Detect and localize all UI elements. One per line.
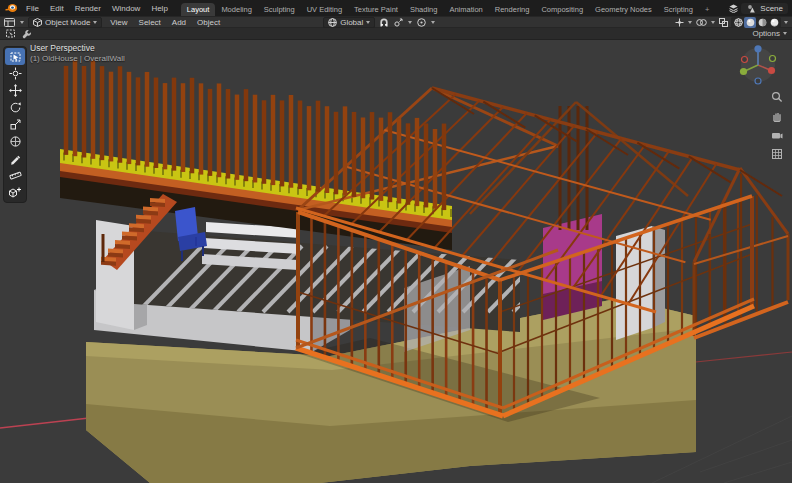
shading-wireframe-icon[interactable] bbox=[732, 17, 744, 28]
tool-cursor-3d[interactable] bbox=[5, 65, 25, 82]
snap-cluster: Global bbox=[323, 17, 436, 28]
mode-dropdown[interactable]: Object Mode bbox=[28, 17, 102, 28]
view-layer-icon[interactable] bbox=[728, 4, 739, 13]
viewport-canvas[interactable] bbox=[0, 40, 792, 483]
camera-view-icon[interactable] bbox=[770, 128, 784, 142]
tool-measure[interactable] bbox=[5, 167, 25, 184]
mode-label: Object Mode bbox=[45, 18, 90, 27]
workspace-tab-scripting[interactable]: Scripting bbox=[658, 3, 699, 16]
viewport-menu-add[interactable]: Add bbox=[167, 17, 191, 28]
tool-add-cube[interactable] bbox=[5, 184, 25, 201]
chevron-down-icon bbox=[408, 21, 412, 24]
chevron-down-icon bbox=[688, 21, 692, 24]
viewport-header: Object Mode ViewSelectAddObject Global bbox=[0, 16, 792, 28]
show-overlays-icon[interactable] bbox=[695, 18, 708, 27]
globe-icon bbox=[327, 18, 338, 27]
navigation-gizmo[interactable] bbox=[736, 43, 780, 87]
workspace-tab-bar: LayoutModelingSculptingUV EditingTexture… bbox=[181, 0, 716, 16]
tool-annotate[interactable] bbox=[5, 150, 25, 167]
workspace-tab-geometry-nodes[interactable]: Geometry Nodes bbox=[589, 3, 658, 16]
shading-cluster bbox=[674, 17, 789, 28]
editor-type-button[interactable] bbox=[3, 18, 16, 27]
viewport-menu-select[interactable]: Select bbox=[134, 17, 166, 28]
zoom-icon[interactable] bbox=[770, 90, 784, 104]
menu-render[interactable]: Render bbox=[70, 3, 106, 14]
main-menu-bar: FileEditRenderWindowHelp bbox=[21, 3, 173, 14]
toggle-xray-icon[interactable] bbox=[718, 18, 729, 27]
menu-edit[interactable]: Edit bbox=[45, 3, 69, 14]
shading-rendered-icon[interactable] bbox=[768, 17, 780, 28]
options-label: Options bbox=[752, 29, 780, 38]
chevron-down-icon bbox=[783, 32, 787, 35]
chevron-down-icon bbox=[711, 21, 715, 24]
viewport-3d: User Perspective (1) OldHouse | OverallW… bbox=[0, 40, 792, 483]
workspace-tab-uv-editing[interactable]: UV Editing bbox=[301, 3, 348, 16]
options-dropdown[interactable]: Options bbox=[752, 29, 788, 38]
scene-name: Scene bbox=[760, 4, 783, 13]
orientation-dropdown[interactable]: Global bbox=[323, 17, 375, 28]
workspace-tab-rendering[interactable]: Rendering bbox=[489, 3, 536, 16]
viewport-menu-object[interactable]: Object bbox=[192, 17, 225, 28]
chevron-down-icon bbox=[93, 21, 97, 24]
viewport-menus: ViewSelectAddObject bbox=[105, 17, 225, 28]
chevron-down-icon bbox=[20, 21, 24, 24]
tool-rotate[interactable] bbox=[5, 99, 25, 116]
chevron-down-icon bbox=[784, 21, 788, 24]
viewport-side-controls bbox=[770, 90, 784, 161]
chevron-down-icon bbox=[431, 21, 435, 24]
workspace-tab-compositing[interactable]: Compositing bbox=[535, 3, 589, 16]
tool-transform[interactable] bbox=[5, 133, 25, 150]
active-tool-icon[interactable] bbox=[4, 28, 17, 39]
workspace-tab-shading[interactable]: Shading bbox=[404, 3, 444, 16]
chevron-down-icon bbox=[366, 21, 370, 24]
shading-material-preview-icon[interactable] bbox=[756, 17, 768, 28]
orientation-label: Global bbox=[340, 18, 363, 27]
workspace-tab-modeling[interactable]: Modeling bbox=[215, 3, 257, 16]
workspace-tab-layout[interactable]: Layout bbox=[181, 3, 216, 16]
add-workspace-button[interactable]: + bbox=[699, 3, 715, 16]
blender-logo-icon[interactable] bbox=[4, 3, 19, 13]
scene-icon bbox=[746, 4, 757, 13]
tool-select-box[interactable] bbox=[5, 48, 25, 65]
show-gizmos-icon[interactable] bbox=[674, 18, 685, 27]
shading-solid-icon[interactable] bbox=[744, 17, 756, 28]
shading-mode-group bbox=[731, 17, 781, 28]
tool-options-icon[interactable] bbox=[21, 29, 33, 39]
menu-window[interactable]: Window bbox=[107, 3, 145, 14]
proportional-edit-icon[interactable] bbox=[416, 18, 427, 27]
viewport-menu-view[interactable]: View bbox=[105, 17, 132, 28]
scene-selector[interactable]: Scene bbox=[741, 3, 788, 14]
tool-move[interactable] bbox=[5, 82, 25, 99]
pan-icon[interactable] bbox=[770, 109, 784, 123]
tool-scale[interactable] bbox=[5, 116, 25, 133]
menu-help[interactable]: Help bbox=[146, 3, 172, 14]
workspace-tab-sculpting[interactable]: Sculpting bbox=[258, 3, 301, 16]
object-mode-icon bbox=[32, 18, 43, 27]
tool-settings-bar: Options bbox=[0, 28, 792, 40]
snap-target-icon[interactable] bbox=[393, 18, 404, 27]
top-menubar: FileEditRenderWindowHelp LayoutModelingS… bbox=[0, 0, 792, 16]
blender-window: FileEditRenderWindowHelp LayoutModelingS… bbox=[0, 0, 792, 483]
snap-magnet-icon[interactable] bbox=[378, 18, 390, 27]
perspective-toggle-icon[interactable] bbox=[770, 147, 784, 161]
workspace-tab-animation[interactable]: Animation bbox=[443, 3, 488, 16]
workspace-tab-texture-paint[interactable]: Texture Paint bbox=[348, 3, 404, 16]
toolbar bbox=[3, 46, 27, 203]
menu-file[interactable]: File bbox=[21, 3, 44, 14]
